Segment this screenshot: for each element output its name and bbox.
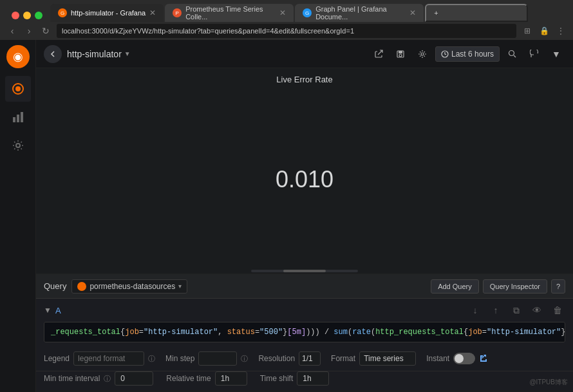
format-select[interactable]: Time series Table Heatmap bbox=[359, 351, 416, 366]
legend-label: Legend bbox=[44, 354, 70, 363]
back-button[interactable]: ‹ bbox=[5, 24, 19, 38]
tab-2-close[interactable]: ✕ bbox=[279, 8, 286, 17]
grafana-favicon: G bbox=[58, 8, 67, 17]
browser-tab-3[interactable]: G Graph Panel | Grafana Docume... ✕ bbox=[295, 4, 424, 22]
collapse-button[interactable]: ▼ bbox=[44, 306, 52, 315]
panel-area: Live Error Rate 0.010 bbox=[36, 68, 573, 274]
help-button[interactable]: ? bbox=[551, 279, 565, 294]
back-to-dashboard-btn[interactable] bbox=[44, 45, 62, 63]
tab-1-label: http-simulator - Grafana bbox=[71, 9, 146, 17]
prometheus-favicon: P bbox=[173, 8, 182, 17]
address-bar[interactable]: localhost:3000/d/kZjxeYVWz/http-simulato… bbox=[57, 24, 516, 38]
traffic-light-red bbox=[12, 12, 19, 19]
svg-rect-7 bbox=[399, 51, 402, 53]
panel-value-container: 0.010 bbox=[36, 91, 573, 268]
svg-rect-4 bbox=[21, 112, 23, 122]
move-down-btn[interactable]: ↓ bbox=[467, 303, 483, 318]
refresh-btn[interactable] bbox=[525, 45, 543, 63]
min-step-label: Min step bbox=[165, 354, 194, 363]
extension-btn-3[interactable]: ⋮ bbox=[554, 24, 568, 38]
clock-icon bbox=[441, 50, 449, 58]
min-time-interval-info-icon[interactable]: ⓘ bbox=[104, 374, 111, 384]
new-tab-button[interactable]: + bbox=[425, 4, 528, 22]
query-options-row1: Legend ⓘ Min step ⓘ Resolution 1/1 1/2 bbox=[36, 348, 573, 371]
query-header: Query pormetheus-datasources ▾ Add Query… bbox=[36, 274, 573, 299]
extension-btn-2[interactable]: 🔒 bbox=[537, 24, 551, 38]
query-row-a: ▼ A ↓ ↑ ⧉ 👁 🗑 _requests_total{job="http-… bbox=[36, 299, 573, 371]
svg-point-11 bbox=[509, 50, 514, 55]
instant-toggle[interactable] bbox=[453, 353, 475, 364]
instant-link-btn[interactable] bbox=[479, 353, 487, 364]
toggle-knob bbox=[455, 354, 464, 363]
query-header-actions: Add Query Query Inspector ? bbox=[431, 279, 565, 294]
panel-title: Live Error Rate bbox=[36, 68, 573, 91]
topbar: http-simulator ▼ Last 6 hours bbox=[36, 40, 573, 68]
datasource-selector[interactable]: pormetheus-datasources ▾ bbox=[71, 279, 187, 294]
search-btn[interactable] bbox=[503, 45, 521, 63]
stack-icon bbox=[12, 82, 24, 95]
browser-tab-2[interactable]: P Prometheus Time Series Colle... ✕ bbox=[165, 4, 294, 22]
time-shift-input[interactable] bbox=[297, 371, 329, 386]
min-time-interval-label: Min time interval bbox=[44, 374, 100, 383]
min-step-info-icon[interactable]: ⓘ bbox=[241, 354, 248, 364]
svg-point-8 bbox=[399, 54, 402, 57]
tab-1-close[interactable]: ✕ bbox=[149, 8, 156, 17]
query-inspector-button[interactable]: Query Inspector bbox=[483, 279, 547, 294]
more-options-btn[interactable]: ▼ bbox=[547, 45, 565, 63]
tab-3-close[interactable]: ✕ bbox=[409, 8, 416, 17]
datasource-icon bbox=[77, 282, 86, 291]
query-id-label: A bbox=[55, 306, 61, 315]
traffic-light-yellow bbox=[23, 12, 31, 19]
grafana-logo[interactable]: ◉ bbox=[6, 45, 30, 68]
scrollbar-thumb[interactable] bbox=[283, 270, 326, 272]
legend-info-icon[interactable]: ⓘ bbox=[148, 354, 155, 364]
back-arrow-icon bbox=[48, 50, 57, 59]
resolution-label: Resolution bbox=[258, 354, 295, 363]
tab-3-label: Graph Panel | Grafana Docume... bbox=[315, 5, 406, 21]
move-up-btn[interactable]: ↑ bbox=[488, 303, 503, 318]
chart-icon bbox=[12, 111, 24, 124]
instant-option: Instant bbox=[426, 353, 487, 364]
dashboard-title: http-simulator ▼ bbox=[67, 49, 131, 59]
panel-value: 0.010 bbox=[276, 166, 333, 193]
forward-button[interactable]: › bbox=[22, 24, 36, 38]
extension-btn-1[interactable]: ⊞ bbox=[520, 24, 534, 38]
sidebar-item-gear[interactable] bbox=[5, 133, 31, 158]
scrollbar-track bbox=[251, 270, 359, 272]
share-btn[interactable] bbox=[370, 45, 388, 63]
time-range-picker[interactable]: Last 6 hours bbox=[435, 46, 500, 62]
refresh-button[interactable]: ↻ bbox=[39, 24, 53, 38]
min-time-interval-group: Min time interval ⓘ bbox=[44, 371, 153, 386]
relative-time-label: Relative time bbox=[166, 374, 211, 383]
min-time-interval-input[interactable] bbox=[115, 371, 153, 386]
sidebar-item-stack[interactable] bbox=[5, 76, 31, 102]
legend-input[interactable] bbox=[73, 351, 144, 366]
add-query-button[interactable]: Add Query bbox=[431, 279, 479, 294]
relative-time-group: Relative time bbox=[166, 371, 247, 386]
svg-point-5 bbox=[16, 144, 20, 147]
remove-query-btn[interactable]: 🗑 bbox=[550, 303, 565, 318]
query-expression[interactable]: _requests_total{job="http-simulator", st… bbox=[44, 322, 565, 342]
duplicate-btn[interactable]: ⧉ bbox=[509, 303, 524, 318]
instant-label: Instant bbox=[426, 354, 449, 363]
query-row-a-header: ▼ A ↓ ↑ ⧉ 👁 🗑 bbox=[36, 299, 573, 322]
toggle-visibility-btn[interactable]: 👁 bbox=[529, 303, 545, 318]
svg-point-1 bbox=[15, 86, 21, 91]
traffic-light-green bbox=[35, 12, 42, 19]
sidebar: ◉ bbox=[0, 40, 36, 392]
resolution-select[interactable]: 1/1 1/2 1/10 bbox=[299, 351, 321, 366]
settings-btn[interactable] bbox=[413, 45, 431, 63]
svg-rect-3 bbox=[17, 115, 19, 122]
resolution-option: Resolution 1/1 1/2 1/10 bbox=[258, 351, 321, 366]
svg-rect-2 bbox=[13, 117, 15, 122]
query-section: Query pormetheus-datasources ▾ Add Query… bbox=[36, 274, 573, 392]
save-btn[interactable] bbox=[391, 45, 409, 63]
address-text: localhost:3000/d/kZjxeYVWz/http-simulato… bbox=[62, 27, 354, 35]
title-caret-icon: ▼ bbox=[124, 50, 131, 57]
relative-time-input[interactable] bbox=[215, 371, 247, 386]
metric-text: _requests_total bbox=[51, 328, 120, 337]
gear-icon bbox=[12, 139, 24, 152]
min-step-input[interactable] bbox=[198, 351, 237, 366]
sidebar-item-chart[interactable] bbox=[5, 104, 31, 130]
browser-tab-1[interactable]: G http-simulator - Grafana ✕ bbox=[50, 4, 164, 22]
